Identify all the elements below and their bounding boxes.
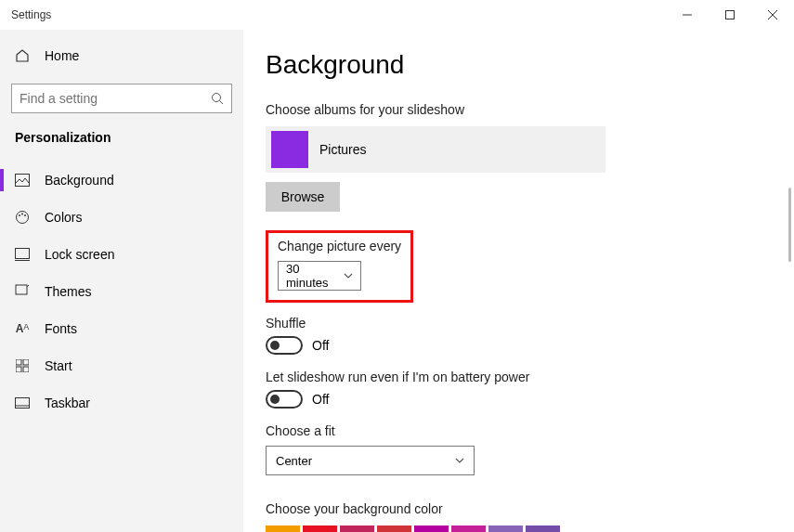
battery-state: Off (312, 392, 329, 407)
svg-point-10 (24, 214, 26, 216)
album-item[interactable]: Pictures (266, 126, 605, 173)
picture-icon (15, 174, 30, 187)
nav-label: Themes (45, 284, 92, 299)
shuffle-label: Shuffle (266, 316, 794, 331)
maximize-button[interactable] (709, 0, 751, 30)
svg-rect-1 (726, 11, 735, 19)
close-icon (768, 10, 777, 19)
interval-value: 30 minutes (286, 262, 336, 290)
start-icon (15, 359, 30, 372)
minimize-icon (683, 10, 692, 19)
shuffle-state: Off (312, 338, 329, 353)
album-name: Pictures (319, 142, 367, 157)
chevron-down-icon (455, 458, 464, 463)
nav-label: Lock screen (45, 247, 114, 262)
svg-rect-16 (16, 367, 21, 372)
sidebar-item-fonts[interactable]: AA Fonts (0, 310, 243, 347)
choose-albums-label: Choose albums for your slideshow (266, 102, 794, 117)
svg-rect-17 (23, 367, 29, 372)
sidebar-home[interactable]: Home (0, 37, 243, 74)
svg-point-4 (213, 94, 221, 102)
home-icon (15, 48, 30, 63)
search-field[interactable] (20, 91, 211, 106)
color-swatch[interactable] (303, 526, 337, 532)
highlight-annotation: Change picture every 30 minutes (266, 230, 413, 303)
fit-value: Center (276, 454, 312, 468)
svg-rect-18 (16, 398, 30, 409)
sidebar-item-themes[interactable]: Themes (0, 273, 243, 310)
color-swatch[interactable] (488, 526, 523, 532)
svg-point-7 (17, 212, 29, 224)
sidebar-item-start[interactable]: Start (0, 347, 243, 384)
sidebar: Home Personalization Background Colors L… (0, 30, 243, 532)
nav-label: Background (45, 173, 114, 188)
svg-rect-15 (23, 359, 29, 365)
search-icon (211, 92, 224, 105)
svg-rect-11 (16, 249, 30, 259)
page-title: Background (266, 50, 794, 80)
fit-dropdown[interactable]: Center (266, 446, 475, 475)
titlebar: Settings (0, 0, 794, 30)
color-swatch[interactable] (526, 526, 560, 532)
search-input[interactable] (11, 84, 232, 113)
nav-label: Taskbar (45, 396, 90, 410)
svg-rect-6 (16, 175, 30, 187)
browse-button[interactable]: Browse (266, 182, 340, 212)
taskbar-icon (15, 397, 30, 409)
maximize-icon (725, 10, 735, 19)
scrollbar[interactable] (788, 188, 791, 262)
choose-color-label: Choose your background color (266, 501, 794, 516)
svg-line-5 (220, 101, 224, 105)
sidebar-item-background[interactable]: Background (0, 162, 243, 199)
nav-label: Colors (45, 210, 82, 225)
battery-label: Let slideshow run even if I'm on battery… (266, 370, 794, 384)
nav-label: Start (45, 358, 72, 373)
color-swatch[interactable] (266, 526, 300, 532)
color-swatch[interactable] (377, 526, 411, 532)
album-thumbnail (271, 131, 308, 168)
color-swatch[interactable] (451, 526, 486, 532)
home-label: Home (45, 48, 79, 63)
section-header: Personalization (0, 123, 243, 162)
change-picture-label: Change picture every (278, 239, 401, 253)
nav-label: Fonts (45, 321, 77, 336)
color-swatch[interactable] (414, 526, 449, 532)
svg-point-8 (19, 214, 20, 216)
brush-icon (15, 284, 30, 299)
close-button[interactable] (751, 0, 794, 30)
lock-screen-icon (15, 248, 30, 261)
palette-icon (15, 210, 30, 225)
svg-point-9 (21, 214, 23, 215)
font-icon: AA (15, 322, 30, 335)
minimize-button[interactable] (666, 0, 709, 30)
window-title: Settings (11, 8, 51, 21)
svg-rect-13 (16, 285, 27, 294)
svg-rect-14 (16, 359, 21, 365)
color-grid (266, 526, 794, 532)
fit-label: Choose a fit (266, 423, 794, 438)
color-swatch[interactable] (340, 526, 374, 532)
chevron-down-icon (344, 273, 353, 279)
sidebar-item-lockscreen[interactable]: Lock screen (0, 236, 243, 273)
sidebar-item-taskbar[interactable]: Taskbar (0, 384, 243, 422)
shuffle-toggle[interactable] (266, 336, 303, 355)
battery-toggle[interactable] (266, 390, 303, 409)
content-area: Background Choose albums for your slides… (243, 30, 794, 532)
sidebar-item-colors[interactable]: Colors (0, 199, 243, 236)
interval-dropdown[interactable]: 30 minutes (278, 261, 361, 291)
